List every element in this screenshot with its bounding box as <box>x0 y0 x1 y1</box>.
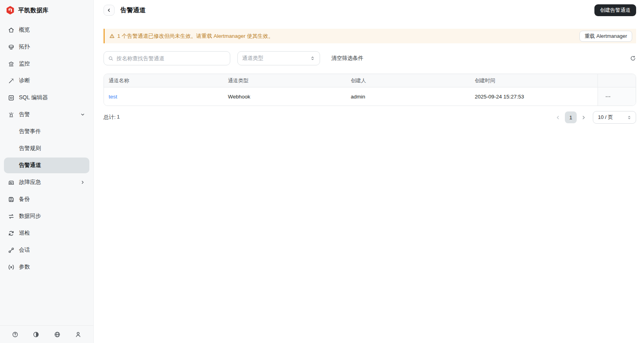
alertmanager-warning-banner: 1 个告警通道已修改但尚未生效。请重载 Alertmanager 使其生效。 重… <box>104 29 636 43</box>
column-header-channel-name: 通道名称 <box>104 74 223 87</box>
sync-icon <box>8 213 15 220</box>
sidebar-item-label: 会话 <box>19 247 30 254</box>
main-content: 告警通道 创建告警通道 1 个告警通道已修改但尚未生效。请重载 Alertman… <box>94 0 644 343</box>
sidebar-item-label: 告警规则 <box>19 145 41 152</box>
filter-toolbar: 通道类型 清空筛选条件 <box>104 51 636 65</box>
backup-icon <box>8 196 15 203</box>
current-page-button[interactable]: 1 <box>565 111 577 123</box>
sidebar-item-label: 巡检 <box>19 230 30 237</box>
refresh-icon[interactable] <box>630 55 636 61</box>
session-icon <box>8 247 15 254</box>
home-icon <box>8 27 15 33</box>
total-count: 总计: 1 <box>104 114 120 121</box>
row-actions-button[interactable] <box>603 92 613 101</box>
page-size-value: 10 / 页 <box>598 114 613 121</box>
table-header-row: 通道名称 通道类型 创建人 创建时间 <box>104 74 636 87</box>
sidebar-item-session[interactable]: 会话 <box>4 242 89 258</box>
created-at-cell: 2025-09-24 15:27:53 <box>470 87 598 106</box>
channel-type-select[interactable]: 通道类型 <box>237 51 320 65</box>
ellipsis-icon <box>605 94 611 100</box>
sidebar-item-label: 告警 <box>19 111 30 118</box>
hexagon-logo-icon <box>6 6 15 15</box>
search-input[interactable] <box>117 56 226 61</box>
sidebar-item-label: 诊断 <box>19 77 30 84</box>
sidebar-item-alert[interactable]: 告警 <box>4 107 89 122</box>
pagination-controls: 1 10 / 页 <box>555 111 636 124</box>
inspection-icon <box>8 230 15 237</box>
sidebar-item-overview[interactable]: 概览 <box>4 22 89 38</box>
sidebar-item-label: 数据同步 <box>19 213 41 220</box>
create-alert-channel-button[interactable]: 创建告警通道 <box>594 4 636 16</box>
channel-type-select-value: 通道类型 <box>242 55 263 62</box>
sidebar-item-monitor[interactable]: 监控 <box>4 56 89 72</box>
sidebar-item-alert-rules[interactable]: 告警规则 <box>4 141 89 156</box>
sidebar-item-label: 备份 <box>19 196 30 203</box>
app-window: 平凯数据库 概览 拓扑 监控 <box>0 0 644 343</box>
sidebar-item-label: 故障应急 <box>19 179 41 186</box>
sidebar-item-inspection[interactable]: 巡检 <box>4 225 89 241</box>
parameter-icon <box>8 264 15 271</box>
sidebar-item-topology[interactable]: 拓扑 <box>4 39 89 55</box>
sidebar-item-diagnosis[interactable]: 诊断 <box>4 73 89 89</box>
search-box[interactable] <box>104 51 230 65</box>
creator-cell: admin <box>346 87 470 106</box>
page-size-select[interactable]: 10 / 页 <box>593 111 636 124</box>
sidebar-item-emergency[interactable]: 故障应急 <box>4 174 89 190</box>
monitor-icon <box>8 61 15 67</box>
brand: 平凯数据库 <box>0 0 93 18</box>
sidebar-item-data-sync[interactable]: 数据同步 <box>4 208 89 224</box>
chevron-right-icon <box>80 180 85 185</box>
sidebar-item-label: 监控 <box>19 60 30 67</box>
page-header: 告警通道 创建告警通道 <box>104 0 636 20</box>
user-icon[interactable] <box>75 331 81 338</box>
sidebar-footer <box>0 325 93 343</box>
warning-icon <box>109 33 115 39</box>
chevron-down-icon <box>80 112 85 117</box>
sidebar-nav: 概览 拓扑 监控 诊断 <box>0 18 93 325</box>
alert-icon <box>8 111 15 118</box>
pagination-bar: 总计: 1 1 10 / 页 <box>104 111 636 124</box>
sidebar-item-parameters[interactable]: 参数 <box>4 259 89 275</box>
sidebar-item-label: 告警事件 <box>19 128 41 135</box>
help-icon[interactable] <box>12 331 19 338</box>
sidebar-item-label: 拓扑 <box>19 43 30 50</box>
back-button[interactable] <box>104 5 115 16</box>
theme-icon[interactable] <box>33 331 39 338</box>
reload-alertmanager-button[interactable]: 重载 Alertmanager <box>579 31 632 42</box>
total-value: 1 <box>117 114 120 121</box>
sql-editor-icon <box>8 95 15 101</box>
prev-page-icon[interactable] <box>555 115 561 121</box>
column-header-actions <box>598 74 636 87</box>
back-icon <box>106 7 112 13</box>
table-row: test Webhook admin 2025-09-24 15:27:53 <box>104 87 636 106</box>
next-page-icon[interactable] <box>581 115 587 121</box>
topology-icon <box>8 44 15 50</box>
brand-name: 平凯数据库 <box>18 7 49 14</box>
sidebar-item-alert-events[interactable]: 告警事件 <box>4 124 89 139</box>
actions-cell <box>598 87 636 106</box>
select-arrows-icon <box>310 56 315 61</box>
sidebar: 平凯数据库 概览 拓扑 监控 <box>0 0 94 343</box>
sidebar-item-label: 告警通道 <box>19 162 41 169</box>
diagnosis-icon <box>8 78 15 84</box>
column-header-creator: 创建人 <box>346 74 470 87</box>
sidebar-item-alert-channels[interactable]: 告警通道 <box>4 158 89 173</box>
search-icon <box>108 56 114 61</box>
total-label: 总计: <box>104 114 116 121</box>
column-header-channel-type: 通道类型 <box>223 74 346 87</box>
channel-type-cell: Webhook <box>223 87 346 106</box>
clear-filters-link[interactable]: 清空筛选条件 <box>331 55 363 62</box>
sidebar-item-label: SQL 编辑器 <box>19 94 48 101</box>
alert-channels-table: 通道名称 通道类型 创建人 创建时间 test Webhook admin 20… <box>104 74 636 106</box>
select-arrows-icon <box>627 115 632 120</box>
warning-message: 1 个告警通道已修改但尚未生效。请重载 Alertmanager 使其生效。 <box>117 33 274 40</box>
sidebar-item-backup[interactable]: 备份 <box>4 191 89 207</box>
sidebar-item-sql-editor[interactable]: SQL 编辑器 <box>4 90 89 106</box>
sidebar-item-label: 参数 <box>19 263 30 271</box>
page-title: 告警通道 <box>120 6 146 15</box>
channel-name-link[interactable]: test <box>104 87 223 106</box>
globe-icon[interactable] <box>54 331 61 338</box>
sidebar-item-label: 概览 <box>19 26 30 33</box>
column-header-created-at: 创建时间 <box>470 74 598 87</box>
emergency-icon <box>8 179 15 186</box>
